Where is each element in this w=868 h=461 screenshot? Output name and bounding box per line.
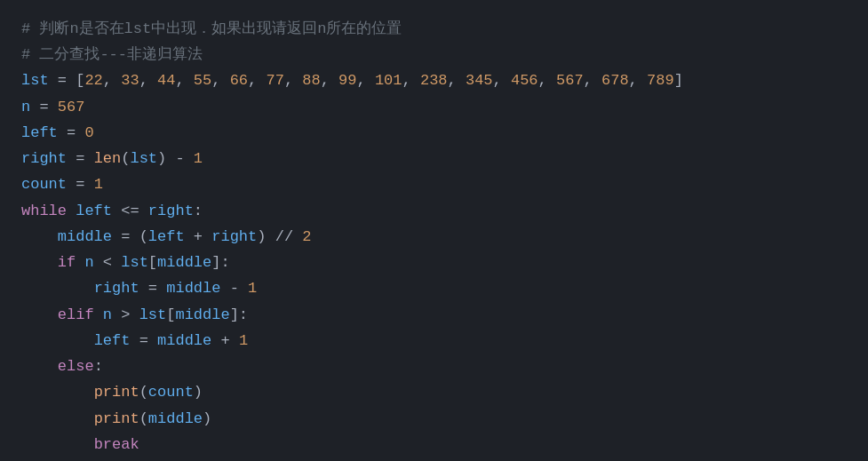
- code-line-2: # 二分查找---非递归算法: [21, 42, 847, 68]
- code-line-6: right = len ( lst ) - 1: [21, 146, 847, 171]
- code-line-16: print ( middle ): [21, 406, 847, 432]
- code-line-10: if n < lst [ middle ]:: [21, 250, 847, 275]
- builtin-print-1: print: [94, 379, 139, 405]
- builtin-len: len: [94, 146, 122, 171]
- keyword-elif: elif: [58, 302, 94, 328]
- code-line-13: left = middle + 1: [21, 328, 847, 354]
- var-count: count: [21, 171, 67, 197]
- code-editor: # 判断n是否在lst中出现．如果出现请返回n所在的位置 # 二分查找---非递…: [0, 0, 868, 461]
- num-33: 33: [121, 68, 139, 93]
- var-middle: middle: [58, 224, 112, 250]
- code-line-9: middle = ( left + right ) // 2: [21, 224, 847, 250]
- keyword-break: break: [94, 432, 139, 457]
- code-line-18: count = count + 1: [21, 457, 847, 461]
- code-line-8: while left <= right :: [21, 198, 847, 224]
- builtin-print-2: print: [94, 406, 139, 432]
- comment-text-1: # 判断n是否在lst中出现．如果出现请返回n所在的位置: [21, 16, 402, 42]
- keyword-else: else: [58, 354, 94, 379]
- var-right: right: [21, 146, 67, 171]
- op-assign-1: = [: [49, 68, 85, 93]
- code-line-11: right = middle - 1: [21, 275, 847, 301]
- code-line-15: print ( count ): [21, 379, 847, 405]
- code-line-1: # 判断n是否在lst中出现．如果出现请返回n所在的位置: [21, 16, 847, 42]
- num-567: 567: [58, 94, 85, 120]
- keyword-if: if: [58, 250, 76, 275]
- keyword-while: while: [21, 198, 67, 224]
- code-line-12: elif n > lst [ middle ]:: [21, 302, 847, 328]
- num-0: 0: [84, 120, 93, 146]
- code-line-17: break: [21, 432, 847, 457]
- code-line-4: n = 567: [21, 94, 847, 120]
- num-22: 22: [84, 68, 102, 93]
- code-line-5: left = 0: [21, 120, 847, 146]
- var-lst: lst: [21, 68, 49, 93]
- code-line-14: else :: [21, 354, 847, 379]
- code-line-3: lst = [22, 33, 44, 55, 66, 77, 88, 99, 1…: [21, 68, 847, 93]
- comment-text-2: # 二分查找---非递归算法: [21, 42, 203, 68]
- var-left: left: [21, 120, 58, 146]
- var-n: n: [21, 94, 30, 120]
- code-line-7: count = 1: [21, 171, 847, 197]
